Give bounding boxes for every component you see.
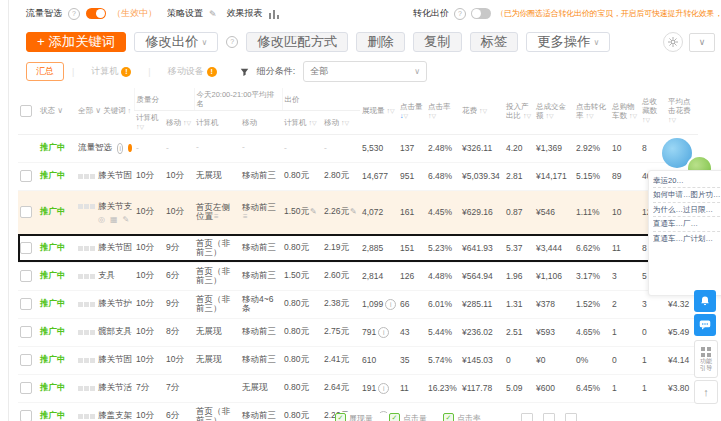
faq-item[interactable]: 幸运20… bbox=[653, 174, 721, 188]
metric-header-5[interactable]: 总成交金额 ↑▽ bbox=[534, 88, 574, 134]
modify-match-button[interactable]: 修改匹配方式 bbox=[246, 32, 348, 52]
keyword-cell[interactable]: 膝关节固定 bbox=[76, 346, 134, 374]
metric-header-9[interactable]: 平均点击花费 ↑▽ bbox=[666, 88, 698, 134]
sub-header[interactable]: 移动 ↑▽ bbox=[322, 111, 360, 135]
metric-header-3[interactable]: 花费 ↑▽ bbox=[460, 88, 504, 134]
filter-icon[interactable]: ▽ bbox=[432, 113, 437, 119]
keyword-text[interactable]: 膝关节护具 bbox=[98, 298, 132, 310]
row-checkbox[interactable] bbox=[20, 382, 32, 394]
filter-icon[interactable]: ▽ bbox=[526, 113, 531, 119]
collapse-button[interactable]: ∨ bbox=[689, 33, 715, 52]
keyword-cell[interactable]: 膝盖支架 bbox=[76, 402, 134, 421]
metric-header-8[interactable]: 总收藏数 ↑▽ bbox=[640, 88, 666, 134]
keyword-cell[interactable]: 支具 bbox=[76, 262, 134, 290]
keyword-text[interactable]: 膝关节固定器 bbox=[98, 170, 132, 182]
tab-computer[interactable]: 计算机 ! bbox=[82, 63, 140, 80]
bid-mobile-cell[interactable]: 2.60元 bbox=[322, 262, 360, 290]
faq-item[interactable]: 为什么…过日限… bbox=[653, 203, 721, 217]
bid-mobile-cell[interactable]: 2.26元✎ bbox=[322, 190, 360, 234]
bid-mobile-cell[interactable]: 2.38元 bbox=[322, 290, 360, 318]
keyword-cell[interactable]: 膝关节支具◎▦✎⊖ bbox=[76, 190, 134, 234]
add-keyword-button[interactable]: + 添加关键词 bbox=[26, 32, 126, 52]
bid-pc-cell[interactable]: 0.80元 bbox=[282, 162, 322, 190]
sub-header[interactable]: 计算机 ↑▽ bbox=[134, 111, 164, 135]
metric-header-0[interactable]: 展现量 ↑▽ bbox=[360, 88, 398, 134]
filter-icon[interactable]: ▽ bbox=[646, 117, 651, 123]
bid-pc-cell[interactable]: 1.50元✎ bbox=[282, 190, 322, 234]
status-filter-header[interactable]: 状态 ∨ bbox=[38, 88, 76, 134]
download-icon[interactable] bbox=[565, 413, 577, 421]
row-checkbox[interactable] bbox=[20, 354, 32, 366]
copy-button[interactable]: 复制 bbox=[413, 32, 462, 52]
keyword-text[interactable]: 膝关节活动支具 bbox=[98, 382, 132, 394]
legend-item[interactable]: ✓点击率 bbox=[443, 413, 481, 421]
keyword-text[interactable]: 膝关节固定 bbox=[98, 354, 132, 366]
filter-icon[interactable]: ▽ bbox=[672, 117, 677, 123]
bid-mobile-cell[interactable]: 2.64元 bbox=[322, 374, 360, 402]
help-icon[interactable]: ? bbox=[226, 36, 238, 48]
pencil-icon[interactable]: ✎ bbox=[209, 9, 217, 19]
conversion-bid-toggle[interactable] bbox=[471, 8, 491, 19]
filter-icon[interactable]: ▽ bbox=[482, 108, 487, 114]
row-checkbox[interactable] bbox=[20, 326, 32, 338]
pencil-icon[interactable]: ✎ bbox=[350, 207, 357, 216]
keyword-text[interactable]: 膝盖支架 bbox=[98, 410, 132, 421]
settings-button[interactable] bbox=[663, 32, 683, 52]
row-checkbox[interactable] bbox=[20, 170, 32, 182]
tab-mobile[interactable]: 移动设备 ! bbox=[159, 63, 226, 80]
filter-icon[interactable]: ▽ bbox=[404, 113, 409, 119]
bar-chart-icon[interactable] bbox=[269, 9, 279, 19]
tag-button[interactable]: 标签 bbox=[470, 32, 519, 52]
back-to-top-button[interactable]: ↑ bbox=[694, 380, 718, 404]
bid-pc-cell[interactable]: 0.80元 bbox=[282, 374, 322, 402]
more-actions-button[interactable]: 更多操作 ∨ bbox=[526, 32, 610, 52]
row-checkbox[interactable] bbox=[20, 410, 32, 421]
help-icon[interactable]: ? bbox=[454, 8, 466, 20]
bid-pc-cell[interactable]: 0.80元 bbox=[282, 318, 322, 346]
list-icon[interactable]: ≡ bbox=[243, 212, 248, 221]
delete-button[interactable]: 删除 bbox=[356, 32, 405, 52]
bid-pc-cell[interactable]: 0.80元 bbox=[282, 234, 322, 262]
keyword-edit-icon[interactable]: ✎ bbox=[123, 215, 130, 224]
keyword-report-icon[interactable]: ▦ bbox=[110, 215, 118, 224]
select-all-checkbox[interactable] bbox=[20, 105, 32, 117]
bid-mobile-cell[interactable]: 2.19元 bbox=[322, 234, 360, 262]
metric-header-2[interactable]: 点击率 ↑▽ bbox=[426, 88, 460, 134]
segment-select[interactable]: 全部 ∨ bbox=[303, 61, 427, 82]
metric-header-4[interactable]: 投入产出比 ↑▽ bbox=[504, 88, 534, 134]
filter-icon[interactable]: ▽ bbox=[589, 113, 594, 119]
bid-mobile-cell[interactable]: - bbox=[322, 134, 360, 162]
chat-support-button[interactable] bbox=[694, 314, 716, 336]
keyword-cell[interactable]: 膝关节固定支具 bbox=[76, 234, 134, 262]
faq-item[interactable]: 直通车…厂… bbox=[653, 217, 721, 231]
keyword-text[interactable]: 支具 bbox=[98, 270, 115, 282]
pencil-icon[interactable]: ✎ bbox=[310, 207, 317, 216]
metric-header-1[interactable]: 点击量 ↓▽ bbox=[398, 88, 426, 134]
keyword-cell[interactable]: 膝关节护具 bbox=[76, 290, 134, 318]
keyword-cell[interactable]: 髋部支具 bbox=[76, 318, 134, 346]
row-checkbox[interactable] bbox=[20, 206, 32, 218]
faq-item[interactable]: 如何申请…图片功… bbox=[653, 188, 721, 202]
flow-smart-toggle[interactable] bbox=[86, 8, 106, 19]
metric-header-7[interactable]: 总购物车数 ↑▽ bbox=[610, 88, 640, 134]
sub-header[interactable]: 计算机 ↑▽ bbox=[282, 111, 322, 135]
bid-pc-cell[interactable]: 0.80元 bbox=[282, 290, 322, 318]
keyword-view-icon[interactable]: ◎ bbox=[98, 215, 105, 224]
filter-icon[interactable]: ▽ bbox=[390, 108, 395, 114]
keyword-text[interactable]: 髋部支具 bbox=[98, 326, 132, 338]
notification-bell-button[interactable] bbox=[694, 290, 716, 312]
match-type-filter[interactable]: 全部 ∨ bbox=[78, 106, 101, 115]
faq-item[interactable]: 直通车…广计划… bbox=[653, 232, 721, 245]
report-link[interactable]: 效果报表 bbox=[227, 7, 263, 20]
keyword-text[interactable]: 膝关节支具 bbox=[98, 201, 132, 213]
modify-bid-button[interactable]: 修改出价 ∨ bbox=[134, 32, 218, 52]
keyword-cell[interactable]: 流量智选i bbox=[76, 134, 134, 162]
feature-guide-button[interactable]: 功能引导 bbox=[694, 340, 718, 378]
keyword-text[interactable]: 流量智选 bbox=[78, 142, 112, 154]
bid-pc-cell[interactable]: 0.80元 bbox=[282, 402, 322, 421]
keyword-sort-header[interactable]: 关键词 ↑ bbox=[101, 106, 131, 115]
bid-pc-cell[interactable]: - bbox=[282, 134, 322, 162]
filter-icon[interactable]: ▽ bbox=[632, 113, 637, 119]
tab-summary[interactable]: 汇总 bbox=[26, 62, 64, 81]
table-view-icon[interactable] bbox=[521, 413, 533, 421]
